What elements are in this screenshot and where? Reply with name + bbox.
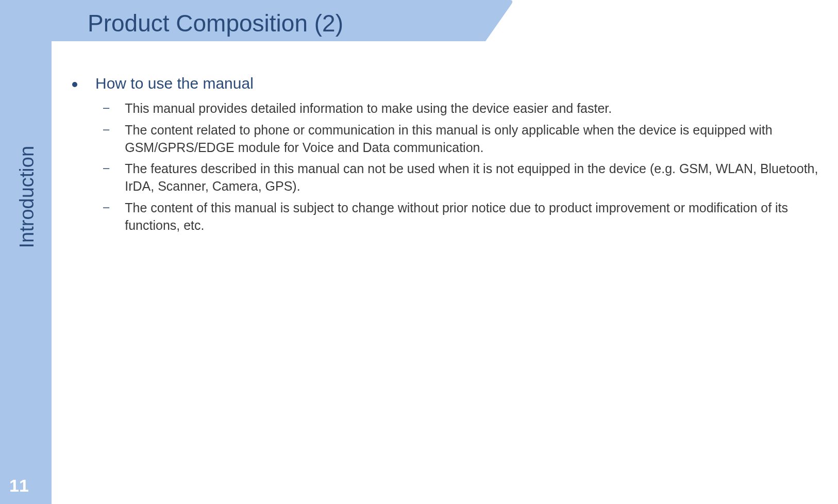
sub-bullet-text: This manual provides detailed informatio… — [125, 100, 612, 117]
sidebar-band — [0, 0, 52, 504]
slide-title: Product Composition (2) — [88, 9, 343, 37]
bullet-dot-icon — [72, 82, 77, 87]
sub-bullet-item: – The content of this manual is subject … — [103, 199, 828, 234]
dash-icon: – — [103, 123, 109, 136]
dash-icon: – — [103, 200, 109, 214]
sub-bullet-text: The content of this manual is subject to… — [125, 199, 828, 234]
sub-bullets-container: – This manual provides detailed informat… — [103, 100, 828, 234]
sub-bullet-text: The content related to phone or communic… — [125, 122, 828, 157]
bullet-list: How to use the manual – This manual prov… — [72, 75, 828, 238]
main-bullet-text: How to use the manual — [95, 75, 254, 92]
sub-bullet-item: – The features described in this manual … — [103, 160, 828, 195]
sub-bullet-item: – This manual provides detailed informat… — [103, 100, 828, 117]
dash-icon: – — [103, 161, 109, 175]
sub-bullet-item: – The content related to phone or commun… — [103, 122, 828, 157]
sub-bullet-text: The features described in this manual ca… — [125, 160, 828, 195]
dash-icon: – — [103, 101, 109, 114]
bullet-level1: How to use the manual — [72, 75, 828, 92]
section-label: Introduction — [16, 146, 38, 248]
page-number: 11 — [9, 476, 29, 496]
